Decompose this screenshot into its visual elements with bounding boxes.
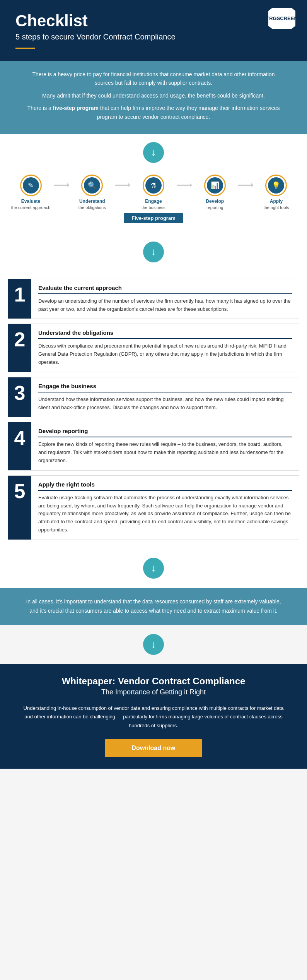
step-connector-3 — [177, 185, 192, 186]
step-body-5: Evaluate usage-tracking software that au… — [38, 494, 292, 534]
step-title-1: Evaluate the current approach — [38, 284, 292, 294]
conclusion-text: In all cases, it's important to understa… — [23, 597, 284, 616]
arrow-down-3 — [0, 548, 307, 588]
step-block-2: 2 Understand the obligations Discuss wit… — [8, 324, 299, 372]
header: TRG SCREEN Checklist 5 steps to secure V… — [0, 0, 307, 61]
trg-screen-logo: TRG SCREEN — [268, 8, 295, 29]
step-circle-outer-3: ⚗ — [143, 175, 164, 196]
step-block-4: 4 Develop reporting Explore the new kind… — [8, 422, 299, 470]
step-content-1: Evaluate the current approach Develop an… — [31, 279, 299, 319]
intro-para-2: Many admit that if they could understand… — [23, 91, 284, 100]
step-number-4: 4 — [8, 422, 31, 470]
step-number-1: 1 — [8, 279, 31, 319]
intro-para-3: There is a five-step program that can he… — [23, 104, 284, 121]
step-label-sub-3: the business — [142, 205, 165, 210]
step-content-4: Develop reporting Explore the new kinds … — [31, 422, 299, 470]
five-step-label: Five-step program — [124, 213, 183, 223]
page-subtitle: 5 steps to secure Vendor Contract Compli… — [15, 33, 292, 41]
diagram-step-2: 🔍 Understand the obligations — [69, 175, 115, 210]
whitepaper-subtitle: The Importance of Getting it Right — [23, 688, 284, 696]
intro-section: There is a heavy price to pay for financ… — [0, 61, 307, 134]
five-step-label-container: Five-step program — [8, 213, 299, 226]
step-label-sub-5: the right tools — [263, 205, 289, 210]
whitepaper-body: Understanding in-house consumption of ve… — [23, 704, 284, 730]
intro-para-1: There is a heavy price to pay for financ… — [23, 70, 284, 87]
diagram-step-1: ✎ Evaluate the current approach — [8, 175, 54, 210]
step-title-5: Apply the right tools — [38, 481, 292, 491]
step-body-3: Understand how these information service… — [38, 396, 292, 412]
download-button[interactable]: Download now — [105, 739, 203, 757]
step-circle-inner-3: ⚗ — [145, 177, 162, 194]
step-content-2: Understand the obligations Discuss with … — [31, 324, 299, 372]
arrow-circle-3 — [143, 558, 164, 579]
page-title: Checklist — [15, 12, 292, 30]
step-label-sub-2: the obligations — [78, 205, 106, 210]
step-block-5: 5 Apply the right tools Evaluate usage-t… — [8, 475, 299, 540]
diagram-step-5: 💡 Apply the right tools — [253, 175, 299, 210]
step-label-bold-4: Develop — [206, 199, 224, 205]
diagram-step-4: 📊 Develop reporting — [192, 175, 238, 210]
step-number-2: 2 — [8, 324, 31, 372]
step-connector-2 — [115, 185, 131, 186]
step-body-1: Develop an understanding of the number o… — [38, 297, 292, 314]
step-body-4: Explore the new kinds of reporting these… — [38, 440, 292, 464]
step-block-3: 3 Engage the business Understand how the… — [8, 377, 299, 418]
step-connector-4 — [238, 185, 253, 186]
step-circle-outer-5: 💡 — [265, 175, 287, 196]
arrow-circle-1 — [143, 142, 164, 163]
step-circle-inner-4: 📊 — [207, 177, 223, 194]
whitepaper-section: Whitepaper: Vendor Contract Compliance T… — [0, 664, 307, 768]
conclusion-section: In all cases, it's important to understa… — [0, 588, 307, 625]
step-connector-1 — [54, 185, 69, 186]
step-circle-inner-1: ✎ — [23, 177, 39, 194]
whitepaper-title: Whitepaper: Vendor Contract Compliance — [23, 676, 284, 687]
step-number-5: 5 — [8, 476, 31, 540]
step-label-bold-3: Engage — [145, 199, 162, 205]
step-title-3: Engage the business — [38, 383, 292, 392]
step-circle-inner-2: 🔍 — [84, 177, 100, 194]
arrow-down-1 — [0, 134, 307, 171]
steps-row: ✎ Evaluate the current approach 🔍 Unders… — [8, 175, 299, 210]
diagram-step-3: ⚗ Engage the business — [130, 175, 176, 210]
step-circle-inner-5: 💡 — [268, 177, 284, 194]
step-title-2: Understand the obligations — [38, 329, 292, 339]
arrow-circle-2 — [143, 242, 164, 262]
step-block-1: 1 Evaluate the current approach Develop … — [8, 279, 299, 319]
step-circle-outer-4: 📊 — [204, 175, 226, 196]
step-content-3: Engage the business Understand how these… — [31, 377, 299, 417]
step-title-4: Develop reporting — [38, 428, 292, 437]
step-label-bold-5: Apply — [270, 199, 283, 205]
header-accent-line — [15, 48, 35, 49]
arrow-down-4 — [0, 625, 307, 664]
step-circle-outer-1: ✎ — [20, 175, 42, 196]
step-label-bold-1: Evaluate — [21, 199, 40, 205]
step-label-bold-2: Understand — [79, 199, 105, 205]
step-content-5: Apply the right tools Evaluate usage-tra… — [31, 476, 299, 540]
arrow-circle-4 — [143, 634, 164, 655]
steps-container: 1 Evaluate the current approach Develop … — [0, 270, 307, 548]
five-step-diagram: ✎ Evaluate the current approach 🔍 Unders… — [0, 171, 307, 234]
step-number-3: 3 — [8, 377, 31, 417]
step-label-sub-1: the current approach — [11, 205, 51, 210]
step-circle-outer-2: 🔍 — [81, 175, 103, 196]
arrow-down-2 — [0, 234, 307, 270]
step-label-sub-4: reporting — [206, 205, 223, 210]
step-body-2: Discuss with compliance and procurement … — [38, 342, 292, 366]
